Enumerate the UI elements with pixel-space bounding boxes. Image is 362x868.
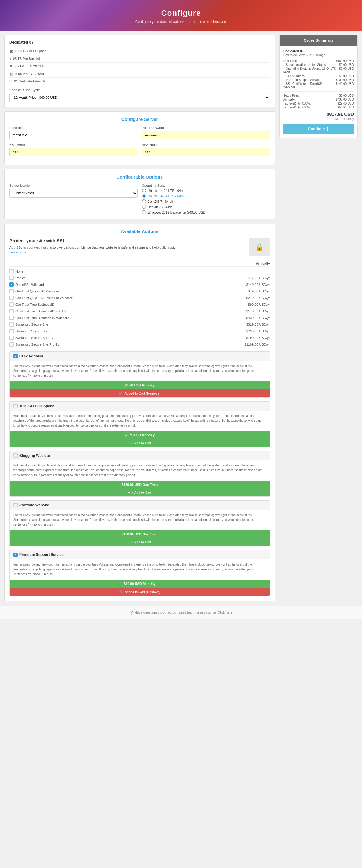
- order-total-label: Total Due Today: [283, 117, 354, 121]
- order-line-3-label: + 01 IP Address: [283, 74, 339, 78]
- ssl-label-rapidssl-wildcard: RapidSSL Wildcard: [15, 283, 44, 286]
- order-summary-card: Order Summary Dedicated 07 Dedicated Ser…: [279, 35, 358, 138]
- ssl-option-symantec-pro[interactable]: Symantec Secure Site Pro $799.00 USD/yr: [9, 328, 270, 335]
- server-location-select[interactable]: United States United Kingdom Germany: [9, 188, 138, 197]
- addon-disk-action[interactable]: + + Add to Cart: [10, 439, 270, 447]
- ssl-option-symantec-site[interactable]: Symantec Secure Site $329.00 USD/yr: [9, 321, 270, 328]
- os-option-ubuntu16[interactable]: Ubuntu 16.04 LTS - 64bit: [142, 194, 270, 198]
- ns2-input[interactable]: [141, 148, 270, 156]
- cart-remove-icon-2: 🛒: [119, 590, 123, 594]
- os-option-debian7[interactable]: Debian 7 - 64 bit: [142, 205, 270, 209]
- order-fees-section: Setup Fees: $0.00 USD Annually: $735.00 …: [283, 94, 354, 109]
- addon-ip-price: $0.50 USD Monthly: [10, 381, 270, 389]
- hostname-input[interactable]: [9, 131, 138, 139]
- os-radio-ubuntu16[interactable]: [142, 194, 146, 198]
- addon-portfolio-action[interactable]: + + Add to Cart: [10, 538, 270, 546]
- fee-3-amount: $53.51 USD: [337, 106, 354, 109]
- os-radio-centos7[interactable]: [142, 199, 146, 203]
- addon-support-action[interactable]: 🛒 Added to Cart (Remove): [10, 588, 270, 596]
- billing-cycle-select[interactable]: 12 Month Price - $40.00 USD: [9, 93, 270, 102]
- ssl-option-rapidssl[interactable]: RapidSSL $17.95 USD/yr: [9, 275, 270, 281]
- addon-portfolio-title: Portfolio Website: [19, 503, 49, 507]
- page-title: Configure: [6, 8, 356, 18]
- addon-disk-checkbox[interactable]: [13, 404, 18, 408]
- ssl-price-geotrust-truebusiness: $99.00 USD/yr: [248, 303, 270, 306]
- hostname-group: Hostname: [9, 126, 138, 139]
- ssl-option-geotrust-truebusiness[interactable]: GeoTrust True BusinessID $99.00 USD/yr: [9, 301, 270, 308]
- addon-blogging-header: Blogging Website: [10, 451, 270, 460]
- ssl-label-rapidssl: RapidSSL: [15, 276, 31, 280]
- os-option-ubuntu14[interactable]: Ubuntu 14.04 LTS - 64bit: [142, 188, 270, 192]
- ssl-option-geotrust-truebusiness-wildcard[interactable]: GeoTrust True Business ID Wildcard $439.…: [9, 314, 270, 321]
- page-subtitle: Configure your desired options and conti…: [6, 20, 356, 24]
- os-label-ubuntu14: Ubuntu 14.04 LTS - 64bit: [147, 189, 185, 192]
- order-line-1-label: + Server location: United States: [283, 63, 339, 66]
- add-cart-icon-3: +: [128, 540, 130, 544]
- ssl-learn-more[interactable]: Learn more...: [9, 250, 29, 254]
- ssl-option-symantec-ev[interactable]: Symantec Secure Site EV $799.00 USD/yr: [9, 335, 270, 341]
- addon-ip-checkbox[interactable]: ✓: [13, 354, 18, 358]
- os-radio-debian7[interactable]: [142, 205, 146, 209]
- continue-button[interactable]: Continue ❯: [283, 124, 354, 134]
- spec-ip-label: 01 Dedicated Real IP: [14, 80, 45, 83]
- password-label: Root Password: [141, 126, 270, 130]
- ssl-option-geotrust-quickssl[interactable]: GeoTrust QuickSSL Premium $79.00 USD/yr: [9, 288, 270, 294]
- ssl-checkbox-symantec-site: [9, 322, 13, 327]
- addon-ip-action[interactable]: 🛒 Added to Cart (Remove): [10, 389, 270, 397]
- left-column: Dedicated 07 1000 GB HDD Space 05 TB Pro…: [4, 35, 275, 601]
- addon-support-body: Far far away, behind the word mountains,…: [10, 559, 270, 580]
- addon-support-checkbox[interactable]: ✓: [13, 553, 18, 557]
- os-radio-windows2012[interactable]: [142, 210, 146, 214]
- ssl-label-none: None: [15, 270, 23, 273]
- fee-2-label: Tax level1 @ 4.00%:: [283, 102, 337, 105]
- footer-click-here[interactable]: Click here: [218, 611, 232, 614]
- spec-cpu: Intel Xeon 3.20 GHz: [9, 63, 270, 70]
- billing-section: Choose Billing Cycle 12 Month Price - $4…: [9, 88, 270, 102]
- ssl-price-rapidssl: $17.95 USD/yr: [248, 276, 270, 280]
- addon-blogging-action[interactable]: + + Add to Cart: [10, 489, 270, 496]
- cpu-icon: [9, 64, 13, 68]
- ssl-option-symantec-pro-ev[interactable]: Symantec Secure Site Pro Ev $1199.00 USD…: [9, 341, 270, 348]
- os-label-debian7: Debian 7 - 64 bit: [147, 205, 172, 209]
- os-option-windows2012[interactable]: Windows 2012 Datacenter $40.00 USD: [142, 210, 270, 214]
- addon-disk-price: $0.75 USD Monthly: [10, 431, 270, 439]
- order-line-2-amount: $0.00 USD: [339, 67, 354, 74]
- ssl-option-geotrust-quickssl-wildcard[interactable]: GeoTrust QuickSSL Premium Wildcard $279.…: [9, 294, 270, 301]
- ssl-checkbox-geotrust-quickssl: [9, 289, 13, 293]
- ssl-label-geotrust-truebusiness-ev: GeoTrust True BusinessID with EV: [15, 309, 67, 313]
- ssl-price-rapidssl-wildcard: $149.00 USD/yr: [246, 283, 270, 286]
- ssl-price-symantec-pro: $799.00 USD/yr: [246, 329, 270, 333]
- fee-2-amount: $29.40 USD: [337, 102, 354, 105]
- server-location-group: Server location United States United Kin…: [9, 184, 138, 197]
- ip-icon: [9, 79, 12, 83]
- ssl-text: Protect your site with SSL Add SSL to yo…: [9, 238, 244, 254]
- ssl-label-geotrust-quickssl-wildcard: GeoTrust QuickSSL Premium Wildcard: [15, 296, 73, 300]
- addon-box-premium-support: ✓ Premium Support Service Far far away, …: [9, 550, 270, 596]
- ssl-label-symantec-site: Symantec Secure Site: [15, 323, 48, 326]
- addon-ip-title: 01 IP Address: [19, 354, 43, 358]
- fee-1-label: Annually:: [283, 98, 336, 101]
- os-option-centos7[interactable]: CentOS 7 - 64 bit: [142, 199, 270, 203]
- ns-row: NS1 Prefix NS2 Prefix: [9, 143, 270, 156]
- question-icon: ❓: [130, 611, 134, 614]
- addon-blogging-checkbox[interactable]: [13, 454, 18, 458]
- ns1-input[interactable]: [9, 148, 138, 156]
- hdd-icon: [9, 49, 13, 53]
- order-divider: [283, 91, 354, 92]
- order-item-name: Dedicated 07: [283, 49, 354, 53]
- fee-3-label: Tax level2 @ 7.00%:: [283, 106, 337, 109]
- server-location-label: Server location: [9, 184, 138, 187]
- root-password-input[interactable]: [141, 131, 270, 139]
- billing-label: Choose Billing Cycle: [9, 88, 270, 92]
- addon-portfolio-checkbox[interactable]: [13, 503, 18, 507]
- addon-box-ip-address: ✓ 01 IP Address Far far away, behind the…: [9, 351, 270, 398]
- ssl-option-none[interactable]: None -: [9, 268, 270, 275]
- hostname-password-row: Hostname Root Password: [9, 126, 270, 139]
- hostname-label: Hostname: [9, 126, 138, 130]
- available-addons-card: Available Addons Protect your site with …: [4, 224, 275, 601]
- order-line-0: Dedicated 07 $480.00 USD: [283, 59, 354, 63]
- ssl-option-geotrust-truebusiness-ev[interactable]: GeoTrust True BusinessID with EV $179.00…: [9, 308, 270, 314]
- os-radio-ubuntu14[interactable]: [142, 188, 146, 192]
- ssl-option-rapidssl-wildcard[interactable]: ✓ RapidSSL Wildcard $149.00 USD/yr: [9, 281, 270, 288]
- order-line-0-label: Dedicated 07: [283, 59, 336, 63]
